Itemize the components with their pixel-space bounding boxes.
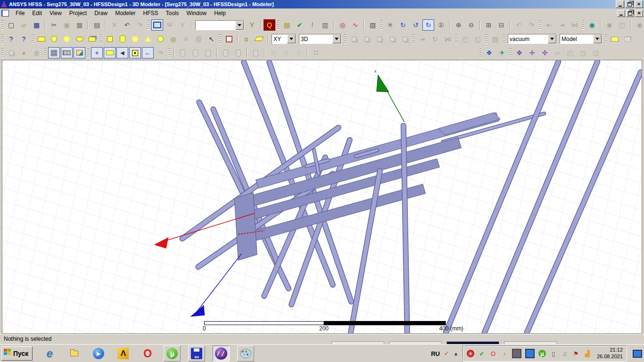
snap-to-vertex-button[interactable]: [104, 47, 116, 58]
draw-cylinder-button[interactable]: [116, 33, 128, 45]
toolbar-grip[interactable]: [100, 34, 102, 44]
tray-usb-safely-remove-icon[interactable]: ✔: [478, 350, 486, 357]
snap-to-center-button[interactable]: [129, 47, 141, 58]
delete-button[interactable]: ✕: [108, 19, 120, 31]
movement-mode-combo[interactable]: 3D: [299, 34, 341, 44]
render-mode-button[interactable]: [74, 47, 85, 58]
uncover-faces-button[interactable]: [293, 47, 305, 58]
show-active-view-button[interactable]: ◉: [634, 19, 644, 31]
redo-button[interactable]: ↷: [134, 19, 146, 31]
toolbar-grip[interactable]: [148, 20, 149, 30]
minimize-button[interactable]: [616, 0, 624, 8]
intersect-button[interactable]: [373, 33, 385, 45]
toolbar-grip[interactable]: [44, 48, 46, 58]
tray-expand-icon[interactable]: ▴: [452, 350, 460, 357]
rotate-screen-center-button[interactable]: ↻: [422, 19, 434, 31]
view-redo-button[interactable]: ↷: [526, 19, 537, 31]
tray-graphics-icon[interactable]: [525, 349, 535, 358]
draw-sphere-button[interactable]: [155, 33, 166, 45]
intersect-solids-button[interactable]: [202, 47, 214, 58]
move-objects-button[interactable]: ✥: [513, 47, 525, 58]
zoom-out-button[interactable]: ⊖: [465, 19, 477, 31]
cylinder-display-button[interactable]: ◍: [31, 47, 42, 58]
duplicate-mirror-button[interactable]: ⋈: [442, 33, 454, 45]
subtract-solids-button[interactable]: [190, 47, 201, 58]
toolbar-grip[interactable]: [1, 20, 3, 30]
print-button[interactable]: ▤: [91, 19, 103, 31]
quick-launch-media-player-button[interactable]: ▶: [90, 346, 107, 362]
imprint-projection-button[interactable]: [232, 47, 244, 58]
start-button[interactable]: Пуск: [1, 346, 33, 361]
quick-launch-ansys-launcher-button[interactable]: Λ: [115, 346, 132, 362]
toolbar-grip[interactable]: [413, 34, 414, 44]
draw-cone-button[interactable]: [142, 33, 154, 45]
draw-ellipse-button[interactable]: [74, 33, 85, 45]
toolbar-grip[interactable]: [168, 48, 170, 58]
select-machines-button[interactable]: [151, 19, 163, 31]
toolbar-grip[interactable]: [582, 20, 584, 30]
tray-speaker-icon[interactable]: ♫: [561, 350, 569, 357]
tray-network-icon[interactable]: ▟: [584, 350, 591, 357]
pan-button[interactable]: ✳: [384, 19, 396, 31]
distributed-analysis-button[interactable]: Y: [177, 19, 189, 31]
menu-view[interactable]: View: [46, 9, 66, 17]
draw-point-button[interactable]: o: [240, 33, 252, 45]
solution-profile-button[interactable]: ▥: [319, 19, 331, 31]
thicken-sheet-button[interactable]: [280, 47, 292, 58]
quick-launch-floppy64-button[interactable]: 64: [188, 346, 205, 362]
analyze-all-button[interactable]: Q: [264, 19, 275, 31]
context-help-button[interactable]: ?: [18, 33, 30, 45]
detach-faces-button[interactable]: [250, 47, 262, 58]
toggle-grid-button[interactable]: [48, 47, 60, 58]
validate-ok-button[interactable]: ✔: [294, 19, 305, 31]
material-combo-dropdown-arrow-icon[interactable]: [548, 34, 556, 43]
connect-button[interactable]: ◱: [472, 33, 484, 45]
zoom-in-button[interactable]: ⊕: [453, 19, 464, 31]
copy-image-button[interactable]: ▧: [367, 19, 379, 31]
rotate-model-center-button[interactable]: ↻: [397, 19, 409, 31]
draw-circle-button[interactable]: [48, 33, 60, 45]
zoom-in-rect-button[interactable]: ⊞: [483, 19, 495, 31]
duplicate-around-axis-button[interactable]: ↻: [429, 33, 441, 45]
hpc-options-button[interactable]: ✈: [496, 47, 508, 58]
tray-utorrent-icon[interactable]: µ: [538, 350, 546, 357]
quick-launch-utorrent-button[interactable]: µ: [164, 346, 181, 362]
align-view-x-button[interactable]: ◰: [564, 47, 576, 58]
history-combo-dropdown-arrow-icon[interactable]: [235, 21, 244, 30]
menu-draw[interactable]: Draw: [91, 9, 111, 17]
quick-launch-hfss-button[interactable]: [213, 346, 230, 362]
toolbar-grip[interactable]: [32, 34, 33, 44]
fit-all-button[interactable]: ⇤: [543, 19, 555, 31]
toolbar-grip[interactable]: [510, 48, 512, 58]
paste-special-button[interactable]: [5, 47, 17, 58]
tray-display-icon[interactable]: [512, 349, 521, 358]
undo-button[interactable]: ↶: [121, 19, 133, 31]
tray-alerts-flag-icon[interactable]: ⚑: [572, 350, 580, 357]
imprint-button[interactable]: [220, 47, 231, 58]
zoom-out-rect-button[interactable]: ⊟: [495, 19, 507, 31]
draw-box-button[interactable]: [104, 33, 116, 45]
movement-mode-combo-dropdown-arrow-icon[interactable]: [332, 34, 341, 43]
toolbar-grip[interactable]: [380, 20, 382, 30]
toolbar-grip[interactable]: [479, 48, 481, 58]
move-grid-button[interactable]: ✣: [539, 47, 551, 58]
assign-excitation-button[interactable]: [621, 33, 633, 45]
toolbar-grip[interactable]: [344, 34, 346, 44]
draw-torus-button[interactable]: ◎: [167, 33, 179, 45]
toolbar-grip[interactable]: [277, 20, 279, 30]
snap-to-edge-button[interactable]: ◄: [116, 47, 128, 58]
toolbar-grip[interactable]: [605, 34, 607, 44]
snap-to-grid-button[interactable]: +: [91, 47, 103, 58]
wrap-sheet-button[interactable]: [267, 47, 279, 58]
duplicate-along-line-button[interactable]: ⇥: [416, 33, 428, 45]
mirror-view-button[interactable]: ⋈: [569, 19, 580, 31]
align-view-y-button[interactable]: ◳: [577, 47, 589, 58]
visibility-button[interactable]: ◉: [586, 19, 598, 31]
create-report-button[interactable]: ∿: [349, 19, 361, 31]
subtract-button[interactable]: [361, 33, 372, 45]
toolbar-grip[interactable]: [1, 48, 3, 58]
menu-hfss[interactable]: HFSS: [140, 9, 162, 17]
menu-help[interactable]: Help: [210, 9, 230, 17]
modeler-viewport[interactable]: x 0 200 400 (mm): [2, 60, 642, 334]
toolbar-grip[interactable]: [539, 20, 541, 30]
